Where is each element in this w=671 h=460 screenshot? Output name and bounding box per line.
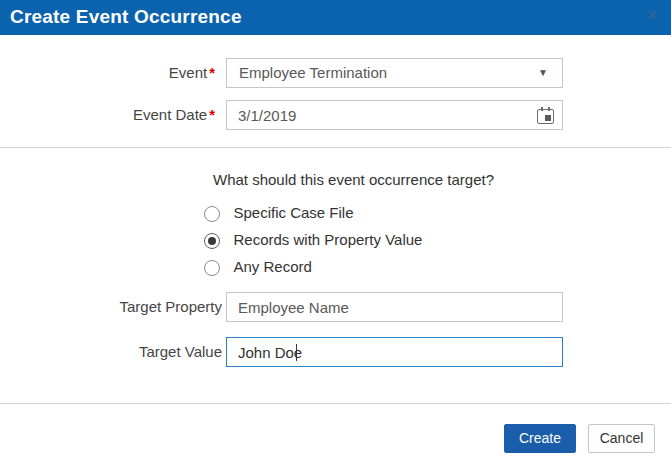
radio-button-icon xyxy=(204,260,220,276)
event-date-input[interactable] xyxy=(226,100,563,130)
section-divider-top xyxy=(0,147,671,148)
target-property-label: Target Property xyxy=(0,292,222,322)
required-asterisk: * xyxy=(209,64,215,81)
dialog-title: Create Event Occurrence xyxy=(10,0,242,34)
event-dropdown-value: Employee Termination xyxy=(239,59,387,87)
section-divider-bottom xyxy=(0,403,671,404)
target-value-label: Target Value xyxy=(0,337,222,367)
event-label: Event* xyxy=(0,58,215,88)
radio-label: Records with Property Value xyxy=(233,231,422,248)
radio-button-icon xyxy=(204,206,220,222)
event-label-text: Event xyxy=(169,64,207,81)
dialog-titlebar: Create Event Occurrence ✕ xyxy=(0,0,671,35)
radio-specific-case-file[interactable]: Specific Case File xyxy=(204,204,354,222)
required-asterisk: * xyxy=(209,106,215,123)
event-dropdown[interactable]: Employee Termination ▼ xyxy=(226,58,563,88)
target-value-input[interactable] xyxy=(226,337,563,367)
text-caret xyxy=(296,344,297,361)
radio-records-with-property-value[interactable]: Records with Property Value xyxy=(204,231,422,249)
chevron-down-icon: ▼ xyxy=(538,59,548,87)
radio-label: Any Record xyxy=(233,258,311,275)
event-date-label-text: Event Date xyxy=(133,106,207,123)
target-property-input[interactable] xyxy=(226,292,563,322)
radio-any-record[interactable]: Any Record xyxy=(204,258,312,276)
calendar-icon[interactable] xyxy=(536,106,556,125)
event-date-label: Event Date* xyxy=(0,100,215,130)
cancel-button[interactable]: Cancel xyxy=(588,424,655,453)
radio-button-selected-icon xyxy=(204,233,220,249)
create-event-occurrence-dialog: Create Event Occurrence ✕ Event* Employe… xyxy=(0,0,671,460)
radio-label: Specific Case File xyxy=(233,204,353,221)
create-button[interactable]: Create xyxy=(504,424,576,453)
target-question: What should this event occurrence target… xyxy=(213,171,494,188)
close-icon[interactable]: ✕ xyxy=(646,0,658,30)
